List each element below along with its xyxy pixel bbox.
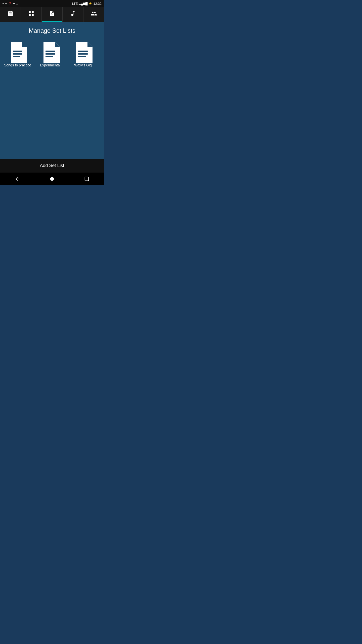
- set-list-item-songs-to-practice[interactable]: Songs to practice: [4, 42, 31, 67]
- set-list-item-experimental[interactable]: Experimental: [36, 42, 64, 67]
- set-list-icon-songs: [8, 42, 27, 63]
- nav-tab-setlists[interactable]: [42, 7, 63, 22]
- set-list-icon-experimental: [41, 42, 60, 63]
- svg-rect-2: [13, 56, 20, 57]
- nav-tab-grid[interactable]: [21, 7, 42, 22]
- nav-bar: [0, 7, 104, 22]
- svg-rect-10: [85, 177, 89, 181]
- svg-rect-5: [46, 56, 53, 57]
- calendar-icon: [7, 10, 14, 18]
- status-right-icons: LTE ▂▄▆█ ⚡ 12:32: [72, 2, 102, 6]
- svg-rect-3: [46, 51, 55, 52]
- wifi-icon: ❓: [8, 2, 12, 5]
- svg-point-9: [50, 177, 54, 181]
- document-icon: [49, 10, 55, 18]
- back-icon: [15, 176, 20, 182]
- nav-tab-music[interactable]: [63, 7, 83, 22]
- svg-rect-4: [46, 53, 55, 55]
- back-button[interactable]: [15, 176, 20, 182]
- recents-icon: [84, 176, 89, 182]
- set-list-label-experimental: Experimental: [40, 63, 61, 67]
- android-nav-bar: [0, 173, 104, 185]
- svg-rect-6: [78, 51, 88, 52]
- page-title: Manage Set Lists: [4, 27, 100, 34]
- status-bar: ❓ ● □ LTE ▂▄▆█ ⚡ 12:32: [0, 0, 104, 7]
- nav-tab-calendar[interactable]: [0, 7, 21, 22]
- battery-icon: ⚡: [88, 2, 92, 5]
- clock: 12:32: [93, 2, 102, 6]
- set-list-label-songs: Songs to practice: [4, 63, 31, 67]
- set-list-grid: Songs to practice Experimental Waxy's: [4, 42, 100, 67]
- home-button[interactable]: [49, 176, 55, 182]
- set-list-icon-waxys: [74, 42, 93, 63]
- svg-rect-1: [13, 53, 22, 55]
- svg-rect-7: [78, 53, 88, 55]
- home-icon: [49, 176, 55, 182]
- status-left-icons: ❓ ● □: [3, 2, 18, 5]
- svg-rect-8: [78, 56, 86, 57]
- lte-label: LTE: [72, 2, 78, 6]
- recents-button[interactable]: [84, 176, 89, 182]
- camera-icon: ●: [13, 2, 15, 5]
- set-list-item-waxys-gig[interactable]: Waxy's Gig: [69, 42, 97, 67]
- grid-icon: [28, 10, 34, 18]
- add-set-list-button[interactable]: Add Set List: [40, 163, 64, 168]
- dot-icon-1: [3, 3, 4, 4]
- music-icon: [70, 10, 76, 18]
- svg-rect-0: [13, 51, 22, 52]
- bottom-bar: Add Set List: [0, 159, 104, 173]
- sim-icon: □: [16, 2, 18, 5]
- main-content: Manage Set Lists Songs to practice Exper: [0, 22, 104, 159]
- dot-icon-2: [5, 3, 7, 4]
- contacts-icon: [90, 10, 97, 18]
- set-list-label-waxys: Waxy's Gig: [74, 63, 92, 67]
- signal-bars-icon: ▂▄▆█: [79, 2, 87, 5]
- nav-tab-contacts[interactable]: [83, 7, 104, 22]
